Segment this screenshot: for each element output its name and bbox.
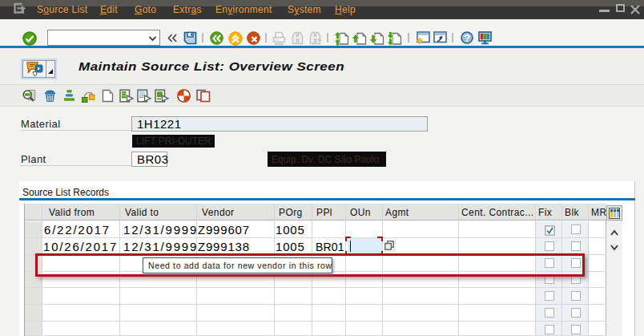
svg-text:?: ? xyxy=(464,32,470,44)
